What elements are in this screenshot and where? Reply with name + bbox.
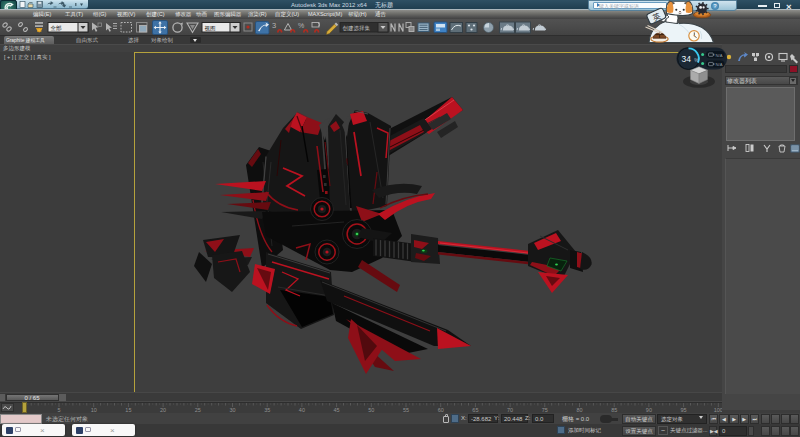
svg-text:N/A: N/A [716, 53, 723, 58]
svg-text:3: 3 [272, 21, 276, 30]
svg-text:N/A: N/A [716, 62, 723, 67]
svg-text:%: % [298, 22, 304, 29]
svg-text:全部: 全部 [51, 25, 63, 32]
svg-text:视图: 视图 [205, 25, 216, 32]
svg-text:%: % [694, 58, 698, 63]
svg-text:34: 34 [682, 54, 692, 64]
svg-text:创建选择集: 创建选择集 [343, 25, 371, 32]
